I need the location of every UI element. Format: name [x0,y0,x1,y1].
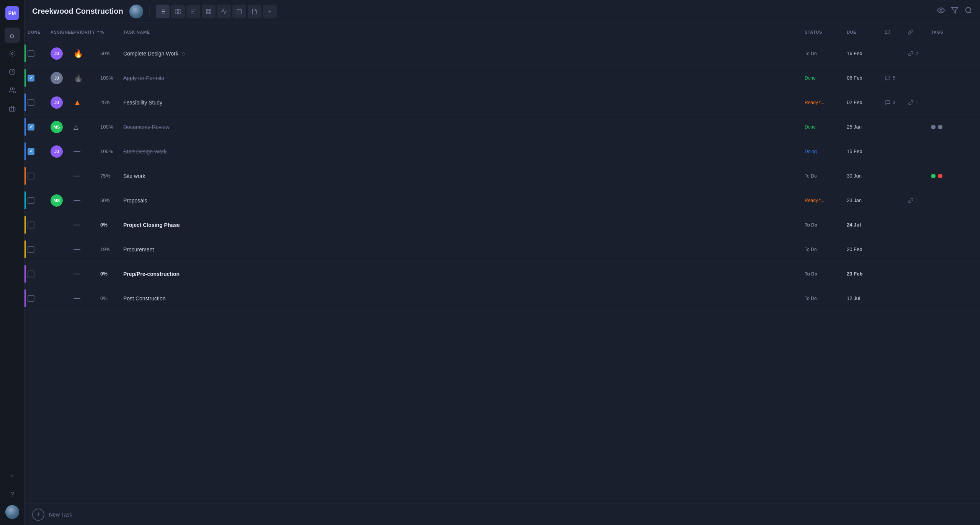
pulse-view-btn[interactable] [217,5,231,18]
sidebar-item-home[interactable]: ⌂ [5,28,20,43]
status-cell: Ready f... [805,100,847,105]
assignee-cell [51,243,74,256]
add-task-btn[interactable]: + [32,509,44,521]
table-row[interactable]: — 0% Prep/Pre-construction To Do 23 Feb [24,262,980,286]
links-cell: 1 [908,100,931,105]
tags-cell [931,174,977,178]
table-row[interactable]: JJ — 100% Start Design Work Doing 15 Feb [24,139,980,164]
checkbox-cell[interactable] [28,271,51,277]
checkbox-cell[interactable] [28,222,51,228]
col-tags[interactable]: TAGS [931,30,977,34]
task-name-cell: Documents Review [123,124,805,130]
table-row[interactable]: — 19% Procurement To Do 20 Feb [24,237,980,262]
col-status[interactable]: STATUS [805,30,847,34]
task-checkbox[interactable] [28,246,34,253]
task-checkbox[interactable] [28,148,34,155]
task-checkbox[interactable] [28,124,34,130]
svg-rect-22 [237,9,242,14]
task-checkbox[interactable] [28,99,34,106]
checkbox-cell[interactable] [28,148,51,155]
sidebar: PM ⌂ + ? [0,0,24,525]
links-cell: 2 [908,51,931,56]
status-cell: To Do [805,173,847,179]
col-comments [885,29,908,35]
comments-col: 3 [885,100,908,105]
gantt-view-btn[interactable] [186,5,200,18]
due-cell: 06 Feb [847,75,885,81]
col-assignee[interactable]: ASSIGNEE [51,30,74,34]
table-row[interactable]: — 0% Post Construction To Do 12 Jul [24,286,980,311]
table-row[interactable]: — 0% Project Closing Phase To Do 24 Jul [24,213,980,237]
task-name-cell: Start Design Work [123,148,805,155]
task-checkbox[interactable] [28,295,34,302]
table-view-btn[interactable] [202,5,216,18]
checkbox-cell[interactable] [28,295,51,302]
checkbox-cell[interactable] [28,99,51,106]
calendar-view-btn[interactable] [232,5,246,18]
checkbox-cell[interactable] [28,197,51,204]
checkbox-cell[interactable] [28,75,51,82]
assignee-cell: JJ [51,72,74,84]
table-row[interactable]: JJ 🔥 100% Apply for Permits Done 06 Feb … [24,66,980,90]
app-logo[interactable]: PM [5,6,19,20]
task-checkbox[interactable] [28,50,34,57]
eye-icon[interactable] [937,7,945,16]
col-task-name[interactable]: TASK NAME [123,30,805,34]
topbar-divider [149,6,150,17]
table-header: DONE ASSIGNEE PRIORITY ▼ % TASK NAME STA… [24,23,980,41]
topbar-actions [937,7,972,16]
checkbox-cell[interactable] [28,50,51,57]
topbar: Creekwood Construction [24,0,980,23]
add-view-btn[interactable]: + [263,5,277,18]
due-cell: 23 Jan [847,197,885,203]
table-row[interactable]: JJ 🔥 50% Complete Design Work◇ To Do 16 … [24,41,980,66]
col-done[interactable]: DONE [28,30,51,34]
sidebar-add-icon[interactable]: + [5,468,20,484]
svg-point-26 [940,10,942,11]
sidebar-item-clock[interactable] [5,64,20,80]
assignee-cell: MS [51,121,74,133]
checkbox-cell[interactable] [28,246,51,253]
col-priority[interactable]: PRIORITY ▼ [74,30,100,34]
col-due[interactable]: DUE [847,30,885,34]
table-row[interactable]: MS — 50% Proposals Ready f... 23 Jan 1 [24,188,980,213]
due-cell: 25 Jan [847,124,885,130]
docs-view-btn[interactable] [248,5,261,18]
sidebar-item-notifications[interactable] [5,46,20,61]
board-view-btn[interactable] [171,5,185,18]
table-row[interactable]: JJ ▲ 25% Feasibility Study Ready f... 02… [24,90,980,115]
col-links [908,29,931,35]
sidebar-user-avatar[interactable] [5,505,19,519]
status-cell: To Do [805,247,847,252]
tag-dot [938,125,942,129]
list-view-btn[interactable] [156,5,170,18]
due-cell: 02 Feb [847,99,885,105]
task-checkbox[interactable] [28,197,34,204]
col-pct[interactable]: % [100,30,123,34]
priority-cell: — [74,245,100,253]
task-checkbox[interactable] [28,173,34,179]
priority-cell: ▲ [74,98,100,107]
tags-cell [931,125,977,129]
task-checkbox[interactable] [28,222,34,228]
comments-cell: 5 [885,75,908,81]
task-checkbox[interactable] [28,75,34,82]
svg-point-2 [10,88,12,90]
search-icon[interactable] [965,7,972,16]
due-cell: 20 Feb [847,246,885,252]
due-cell: 16 Feb [847,51,885,56]
table-row[interactable]: MS △ 100% Documents Review Done 25 Jan [24,115,980,139]
due-cell: 12 Jul [847,295,885,301]
filter-icon[interactable] [951,7,959,16]
sidebar-help-icon[interactable]: ? [5,487,20,502]
task-checkbox[interactable] [28,271,34,277]
checkbox-cell[interactable] [28,173,51,179]
sidebar-item-people[interactable] [5,83,20,98]
checkbox-cell[interactable] [28,124,51,130]
svg-marker-27 [952,8,958,13]
task-name-cell: Prep/Pre-construction [123,271,805,277]
due-cell: 23 Feb [847,271,885,277]
sidebar-item-briefcase[interactable] [5,101,20,116]
table-row[interactable]: — 75% Site work To Do 30 Jun [24,164,980,188]
due-cell: 15 Feb [847,148,885,154]
